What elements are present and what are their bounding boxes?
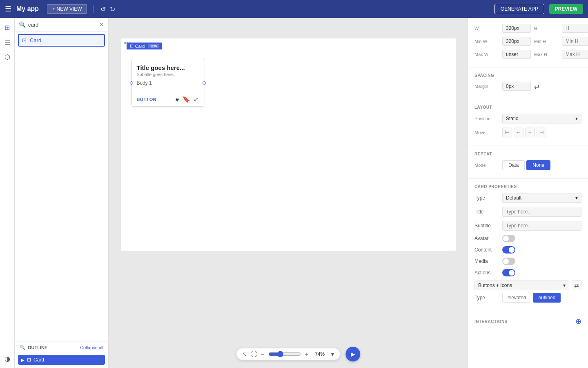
search-input[interactable] (28, 22, 97, 28)
card-outline-icon: ⊡ (27, 357, 31, 363)
max-width-input[interactable] (502, 50, 531, 59)
actions-toggle[interactable] (502, 269, 515, 276)
resize-handle-right[interactable] (203, 81, 206, 85)
media-toggle[interactable] (502, 258, 515, 265)
zoom-dropdown-icon[interactable]: ▾ (331, 351, 334, 357)
position-dropdown-icon: ▾ (575, 116, 578, 121)
canvas-card-component[interactable]: Title goes here... Subtitle goes here...… (131, 59, 204, 107)
margin-input[interactable] (502, 82, 531, 91)
outline-header: 🔍 OUTLINE Collapse all (15, 341, 108, 353)
max-width-row: Max W Max H (474, 50, 581, 59)
card-outline-label: Card (33, 357, 44, 363)
move-left-button[interactable]: ← (514, 128, 523, 137)
card-type-row: Type Default ▾ (474, 193, 581, 203)
title-prop-input[interactable] (502, 207, 581, 217)
bookmark-icon[interactable]: 🔖 (183, 96, 190, 103)
canvas-inner: iew ⊡ Card new Title goes here... Subtit… (109, 18, 468, 368)
outline-panel: 🔍 OUTLINE Collapse all ▶ ⊡ Card (15, 341, 108, 368)
actions-prop-row: Actions (474, 269, 581, 276)
subtitle-prop-input[interactable] (502, 221, 581, 231)
search-icon: 🔍 (19, 21, 26, 28)
preview-button[interactable]: PREVIEW (549, 4, 583, 14)
card-visual-type-row: Type elevated outlined (474, 293, 581, 303)
outline-item-card[interactable]: ▶ ⊡ Card (18, 355, 105, 365)
zoom-slider[interactable] (268, 351, 301, 357)
position-row: Position Static ▾ (474, 114, 581, 123)
component-panel: 🔍 ✕ ⊡ Card 🔍 OUTLINE Collapse all ▶ (15, 18, 109, 368)
sidebar-layers-icon[interactable]: ☰ (1, 36, 13, 48)
actions-dropdown[interactable]: Buttons + Icons ▾ (474, 280, 569, 290)
content-toggle[interactable] (502, 246, 515, 254)
type-select[interactable]: Default ▾ (502, 193, 581, 203)
h-label: H (534, 26, 559, 31)
clear-search-icon[interactable]: ✕ (99, 21, 104, 28)
fit-icon[interactable]: ⤡ (242, 351, 247, 357)
card-component-item[interactable]: ⊡ Card (18, 34, 105, 47)
sidebar-theme-icon[interactable]: ◑ (1, 352, 13, 365)
undo-icon[interactable]: ↺ (100, 5, 106, 13)
zoom-level: 74% (312, 351, 327, 357)
content-prop-row: Content (474, 246, 581, 254)
card-subtitle: Subtitle goes here... (137, 72, 199, 77)
resize-handle-left[interactable] (130, 81, 133, 85)
spacing-title: SPACING (474, 73, 581, 78)
menu-icon[interactable]: ☰ (5, 4, 11, 13)
new-view-button[interactable]: + NEW VIEW (47, 4, 87, 14)
card-properties-title: CARD PROPERTIES (474, 184, 581, 189)
outlined-type-button[interactable]: outlined (533, 293, 561, 303)
move-buttons: ⊢ ← → ⊣ (502, 128, 546, 137)
interactions-header: INTERACTIONS ⊕ (468, 311, 588, 330)
share-icon[interactable]: ⤢ (194, 96, 199, 103)
zoom-plus-icon[interactable]: + (305, 351, 308, 357)
redo-icon[interactable]: ↻ (110, 5, 115, 13)
avatar-prop-label: Avatar (474, 236, 499, 241)
canvas-frame: iew ⊡ Card new Title goes here... Subtit… (121, 38, 456, 251)
width-row: W H (474, 24, 581, 33)
actions-dropdown-icon: ▾ (563, 283, 566, 288)
collapse-all-button[interactable]: Collapse all (80, 345, 103, 350)
w-label: W (474, 26, 499, 31)
min-height-input[interactable] (562, 37, 588, 46)
title-prop-label: Title (474, 209, 499, 215)
card-label-icon: ⊡ (130, 43, 134, 49)
heart-icon[interactable]: ♥ (176, 96, 179, 103)
position-label: Position (474, 116, 499, 121)
refresh-actions-button[interactable]: ⇄ (572, 280, 581, 290)
position-select[interactable]: Static ▾ (502, 114, 581, 123)
media-prop-row: Media (474, 258, 581, 265)
card-action-icons: ♥ 🔖 ⤢ (176, 96, 199, 103)
avatar-toggle[interactable] (502, 235, 515, 242)
spacing-section: SPACING Margin ⇄ (468, 67, 588, 99)
search-outline-icon: 🔍 (20, 345, 25, 350)
move-right-button[interactable]: → (525, 128, 535, 137)
avatar-prop-row: Avatar (474, 235, 581, 242)
nav-divider (94, 5, 94, 13)
generate-app-button[interactable]: GENERATE APP (494, 4, 544, 14)
card-type-buttons: elevated outlined (502, 293, 561, 303)
zoom-minus-icon[interactable]: − (261, 351, 264, 357)
move-start-button[interactable]: ⊢ (502, 128, 512, 137)
mode-data-button[interactable]: Data (502, 160, 525, 170)
mode-none-button[interactable]: None (526, 160, 550, 170)
fullscreen-icon[interactable]: ⛶ (251, 351, 257, 357)
card-button[interactable]: BUTTON (137, 97, 157, 102)
elevated-type-button[interactable]: elevated (502, 293, 531, 303)
sync-icon[interactable]: ⇄ (534, 83, 539, 90)
height-input[interactable] (562, 24, 588, 33)
layout-title: LAYOUT (474, 105, 581, 110)
type-dropdown-icon: ▾ (575, 195, 578, 201)
sidebar-components-icon[interactable]: ⊞ (1, 21, 13, 34)
type-label: Type (474, 195, 499, 201)
move-end-button[interactable]: ⊣ (537, 128, 546, 137)
card-label-bar: ⊡ Card new (127, 43, 162, 49)
outline-title: 🔍 OUTLINE (20, 345, 47, 350)
width-input[interactable] (502, 24, 531, 33)
canvas-area[interactable]: iew ⊡ Card new Title goes here... Subtit… (109, 18, 468, 368)
min-width-input[interactable] (502, 37, 531, 46)
left-sidebar: ⊞ ☰ ⬡ ◑ (0, 18, 15, 368)
add-interaction-button[interactable]: ⊕ (575, 317, 581, 326)
sidebar-data-icon[interactable]: ⬡ (1, 51, 13, 63)
max-height-input[interactable] (562, 50, 588, 59)
card-component-icon: ⊡ (22, 37, 27, 43)
margin-label: Margin (474, 84, 499, 89)
